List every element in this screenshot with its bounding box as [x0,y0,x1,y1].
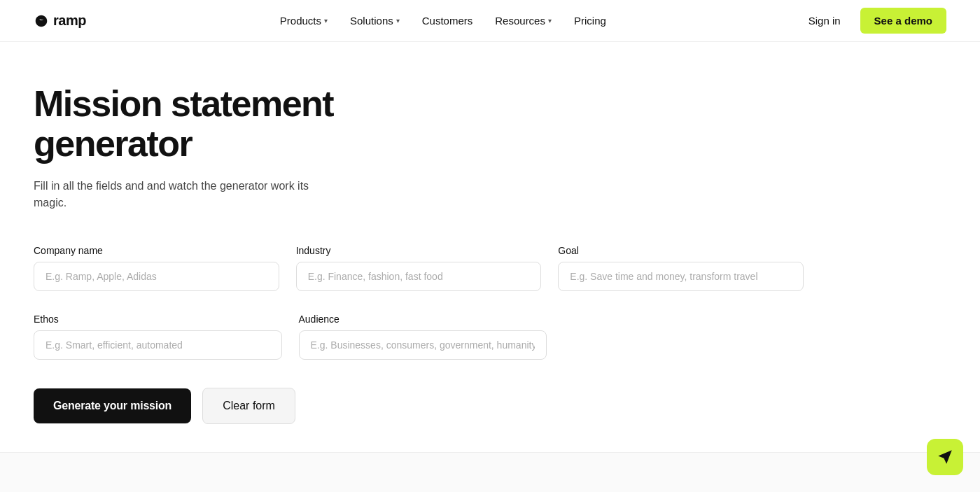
form-button-row: Generate your mission Clear form [34,388,806,424]
sign-in-button[interactable]: Sign in [800,9,849,32]
chevron-down-icon: ▾ [548,17,552,24]
chevron-down-icon: ▾ [324,17,328,24]
ethos-label: Ethos [34,314,282,325]
generate-button[interactable]: Generate your mission [34,388,191,423]
company-name-input[interactable] [34,262,279,291]
company-name-group: Company name [34,245,279,291]
chevron-down-icon: ▾ [396,17,400,24]
nav-customers-label: Customers [422,15,473,27]
nav-item-solutions[interactable]: Solutions ▾ [342,9,408,32]
navbar: ramp Products ▾ Solutions ▾ Customers Re… [0,0,980,42]
nav-resources-label: Resources [495,15,545,27]
logo-text: ramp [53,13,86,29]
goal-label: Goal [558,245,804,256]
nav-pricing-label: Pricing [574,15,606,27]
main-content: Mission statementgenerator Fill in all t… [0,42,840,452]
industry-input[interactable] [296,262,542,291]
nav-item-products[interactable]: Products ▾ [272,9,336,32]
floating-action-button[interactable] [927,439,963,475]
nav-items: Products ▾ Solutions ▾ Customers Resourc… [272,9,615,32]
floating-bird-icon [936,448,954,466]
goal-input[interactable] [558,262,804,291]
audience-label: Audience [299,314,547,325]
goal-group: Goal [558,245,804,291]
ethos-group: Ethos [34,314,282,360]
industry-label: Industry [296,245,542,256]
page-title: Mission statementgenerator [34,84,806,164]
page-subtitle: Fill in all the fields and and watch the… [34,178,328,211]
nav-products-label: Products [280,15,321,27]
nav-item-resources[interactable]: Resources ▾ [486,9,560,32]
industry-group: Industry [296,245,542,291]
nav-item-customers[interactable]: Customers [414,9,482,32]
nav-item-pricing[interactable]: Pricing [566,9,615,32]
demo-button[interactable]: See a demo [860,8,946,34]
audience-group: Audience [299,314,547,360]
form-bottom-row: Ethos Audience [34,314,547,360]
form-top-row: Company name Industry Goal [34,245,804,291]
nav-solutions-label: Solutions [350,15,393,27]
nav-actions: Sign in See a demo [800,8,946,34]
clear-button[interactable]: Clear form [202,388,295,424]
bottom-section: What is a mission statement? [0,452,980,492]
audience-input[interactable] [299,330,547,360]
ethos-input[interactable] [34,330,282,360]
logo[interactable]: ramp [34,13,86,29]
logo-icon [34,13,49,29]
company-name-label: Company name [34,245,279,256]
